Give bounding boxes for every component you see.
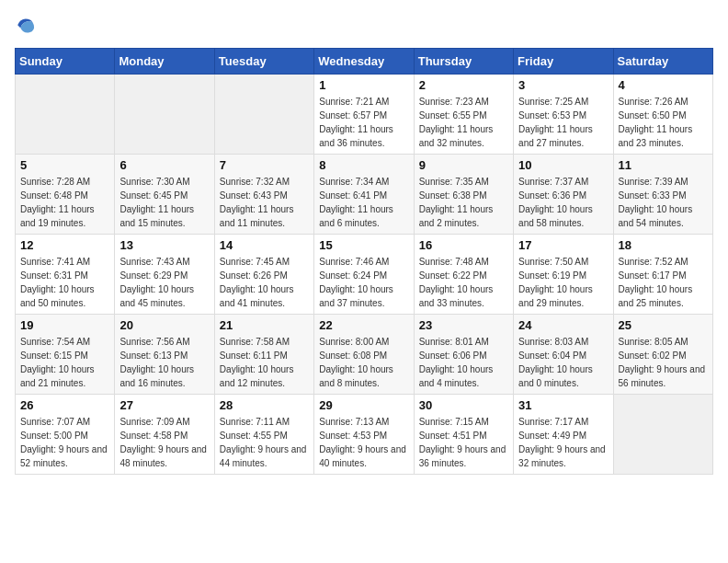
day-number: 11: [619, 158, 708, 172]
day-number: 15: [319, 238, 408, 252]
day-cell: [16, 75, 115, 155]
day-info: Sunrise: 8:05 AMSunset: 6:02 PMDaylight:…: [619, 335, 708, 390]
day-info: Sunrise: 7:39 AMSunset: 6:33 PMDaylight:…: [619, 175, 708, 230]
weekday-saturday: Saturday: [613, 49, 712, 75]
day-number: 4: [619, 78, 708, 92]
day-cell: 29Sunrise: 7:13 AMSunset: 4:53 PMDayligh…: [314, 395, 414, 475]
day-cell: 23Sunrise: 8:01 AMSunset: 6:06 PMDayligh…: [414, 315, 513, 395]
weekday-wednesday: Wednesday: [314, 49, 414, 75]
day-number: 19: [20, 318, 109, 332]
page-header: [15, 15, 713, 37]
day-info: Sunrise: 7:26 AMSunset: 6:50 PMDaylight:…: [619, 95, 708, 150]
day-info: Sunrise: 7:58 AMSunset: 6:11 PMDaylight:…: [220, 335, 309, 390]
day-cell: [214, 75, 313, 155]
day-info: Sunrise: 7:17 AMSunset: 4:49 PMDaylight:…: [518, 415, 608, 470]
day-number: 6: [119, 158, 209, 172]
day-cell: 12Sunrise: 7:41 AMSunset: 6:31 PMDayligh…: [16, 235, 115, 315]
day-cell: 28Sunrise: 7:11 AMSunset: 4:55 PMDayligh…: [214, 395, 313, 475]
calendar: SundayMondayTuesdayWednesdayThursdayFrid…: [15, 48, 713, 475]
weekday-header-row: SundayMondayTuesdayWednesdayThursdayFrid…: [16, 49, 713, 75]
day-cell: 3Sunrise: 7:25 AMSunset: 6:53 PMDaylight…: [514, 75, 613, 155]
day-cell: 24Sunrise: 8:03 AMSunset: 6:04 PMDayligh…: [514, 315, 613, 395]
day-cell: 20Sunrise: 7:56 AMSunset: 6:13 PMDayligh…: [115, 315, 214, 395]
day-number: 13: [119, 238, 209, 252]
day-cell: 25Sunrise: 8:05 AMSunset: 6:02 PMDayligh…: [613, 315, 712, 395]
day-number: 7: [220, 158, 309, 172]
day-cell: 9Sunrise: 7:35 AMSunset: 6:38 PMDaylight…: [414, 155, 513, 235]
day-number: 18: [619, 238, 708, 252]
day-info: Sunrise: 7:41 AMSunset: 6:31 PMDaylight:…: [20, 255, 109, 310]
weekday-tuesday: Tuesday: [214, 49, 313, 75]
day-number: 1: [319, 78, 408, 92]
day-number: 27: [119, 398, 209, 412]
day-cell: 1Sunrise: 7:21 AMSunset: 6:57 PMDaylight…: [314, 75, 414, 155]
day-cell: 10Sunrise: 7:37 AMSunset: 6:36 PMDayligh…: [514, 155, 613, 235]
day-cell: 6Sunrise: 7:30 AMSunset: 6:45 PMDaylight…: [115, 155, 214, 235]
day-info: Sunrise: 8:01 AMSunset: 6:06 PMDaylight:…: [419, 335, 508, 390]
day-info: Sunrise: 7:13 AMSunset: 4:53 PMDaylight:…: [319, 415, 408, 470]
day-cell: 17Sunrise: 7:50 AMSunset: 6:19 PMDayligh…: [514, 235, 613, 315]
weekday-thursday: Thursday: [414, 49, 513, 75]
day-info: Sunrise: 7:30 AMSunset: 6:45 PMDaylight:…: [119, 175, 209, 230]
day-number: 24: [518, 318, 608, 332]
day-number: 17: [518, 238, 608, 252]
day-info: Sunrise: 7:54 AMSunset: 6:15 PMDaylight:…: [20, 335, 109, 390]
day-info: Sunrise: 7:52 AMSunset: 6:17 PMDaylight:…: [619, 255, 708, 310]
day-cell: 18Sunrise: 7:52 AMSunset: 6:17 PMDayligh…: [613, 235, 712, 315]
week-row-3: 12Sunrise: 7:41 AMSunset: 6:31 PMDayligh…: [16, 235, 713, 315]
day-info: Sunrise: 7:43 AMSunset: 6:29 PMDaylight:…: [119, 255, 209, 310]
logo-icon: [15, 15, 37, 37]
day-cell: 7Sunrise: 7:32 AMSunset: 6:43 PMDaylight…: [214, 155, 313, 235]
day-number: 31: [518, 398, 608, 412]
day-cell: 27Sunrise: 7:09 AMSunset: 4:58 PMDayligh…: [115, 395, 214, 475]
day-number: 28: [220, 398, 309, 412]
day-info: Sunrise: 7:25 AMSunset: 6:53 PMDaylight:…: [518, 95, 608, 150]
day-number: 29: [319, 398, 408, 412]
day-info: Sunrise: 7:48 AMSunset: 6:22 PMDaylight:…: [419, 255, 508, 310]
day-number: 8: [319, 158, 408, 172]
day-cell: 13Sunrise: 7:43 AMSunset: 6:29 PMDayligh…: [115, 235, 214, 315]
day-cell: [613, 395, 712, 475]
day-info: Sunrise: 7:21 AMSunset: 6:57 PMDaylight:…: [319, 95, 408, 150]
day-info: Sunrise: 7:15 AMSunset: 4:51 PMDaylight:…: [419, 415, 508, 470]
day-info: Sunrise: 7:45 AMSunset: 6:26 PMDaylight:…: [220, 255, 309, 310]
day-cell: 11Sunrise: 7:39 AMSunset: 6:33 PMDayligh…: [613, 155, 712, 235]
day-info: Sunrise: 7:28 AMSunset: 6:48 PMDaylight:…: [20, 175, 109, 230]
day-info: Sunrise: 7:11 AMSunset: 4:55 PMDaylight:…: [220, 415, 309, 470]
day-cell: 14Sunrise: 7:45 AMSunset: 6:26 PMDayligh…: [214, 235, 313, 315]
day-info: Sunrise: 7:37 AMSunset: 6:36 PMDaylight:…: [518, 175, 608, 230]
day-number: 22: [319, 318, 408, 332]
day-info: Sunrise: 8:00 AMSunset: 6:08 PMDaylight:…: [319, 335, 408, 390]
day-cell: 26Sunrise: 7:07 AMSunset: 5:00 PMDayligh…: [16, 395, 115, 475]
day-number: 20: [119, 318, 209, 332]
day-info: Sunrise: 7:34 AMSunset: 6:41 PMDaylight:…: [319, 175, 408, 230]
day-cell: 5Sunrise: 7:28 AMSunset: 6:48 PMDaylight…: [16, 155, 115, 235]
weekday-friday: Friday: [514, 49, 613, 75]
day-cell: 19Sunrise: 7:54 AMSunset: 6:15 PMDayligh…: [16, 315, 115, 395]
day-info: Sunrise: 7:32 AMSunset: 6:43 PMDaylight:…: [220, 175, 309, 230]
day-cell: 16Sunrise: 7:48 AMSunset: 6:22 PMDayligh…: [414, 235, 513, 315]
day-info: Sunrise: 8:03 AMSunset: 6:04 PMDaylight:…: [518, 335, 608, 390]
day-info: Sunrise: 7:09 AMSunset: 4:58 PMDaylight:…: [119, 415, 209, 470]
day-number: 3: [518, 78, 608, 92]
week-row-4: 19Sunrise: 7:54 AMSunset: 6:15 PMDayligh…: [16, 315, 713, 395]
weekday-sunday: Sunday: [16, 49, 115, 75]
weekday-monday: Monday: [115, 49, 214, 75]
day-number: 30: [419, 398, 508, 412]
logo: [15, 15, 40, 37]
day-info: Sunrise: 7:23 AMSunset: 6:55 PMDaylight:…: [419, 95, 508, 150]
day-number: 21: [220, 318, 309, 332]
day-number: 23: [419, 318, 508, 332]
day-info: Sunrise: 7:50 AMSunset: 6:19 PMDaylight:…: [518, 255, 608, 310]
day-cell: 31Sunrise: 7:17 AMSunset: 4:49 PMDayligh…: [514, 395, 613, 475]
day-cell: 22Sunrise: 8:00 AMSunset: 6:08 PMDayligh…: [314, 315, 414, 395]
day-cell: 21Sunrise: 7:58 AMSunset: 6:11 PMDayligh…: [214, 315, 313, 395]
day-number: 26: [20, 398, 109, 412]
day-number: 5: [20, 158, 109, 172]
day-number: 25: [619, 318, 708, 332]
day-number: 10: [518, 158, 608, 172]
day-info: Sunrise: 7:07 AMSunset: 5:00 PMDaylight:…: [20, 415, 109, 470]
day-number: 12: [20, 238, 109, 252]
day-cell: 30Sunrise: 7:15 AMSunset: 4:51 PMDayligh…: [414, 395, 513, 475]
day-info: Sunrise: 7:35 AMSunset: 6:38 PMDaylight:…: [419, 175, 508, 230]
